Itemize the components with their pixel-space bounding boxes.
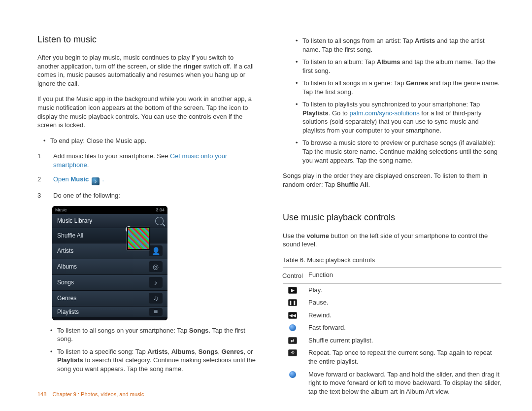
text: To listen to playlists you synchronized …	[302, 101, 480, 108]
table-row: ⟲ Repeat. Tap once to repeat the current…	[283, 346, 501, 368]
text-bold: Albums	[171, 348, 195, 355]
cell: Fast forward.	[308, 323, 501, 332]
phone-row-albums: Albums ◎	[52, 259, 167, 275]
text-bold: Playlists	[302, 109, 329, 117]
play-icon: ▶	[288, 287, 297, 294]
steps-list: 1 Add music files to your smartphone. Se…	[37, 152, 256, 200]
list-item: To listen to all songs on your smartphon…	[57, 326, 256, 343]
chapter-label: Chapter 9 : Photos, videos, and music	[53, 391, 144, 397]
rewind-icon: ◀◀	[288, 312, 297, 319]
text: To listen to all songs from an artist: T…	[302, 37, 415, 44]
phone-row-songs: Songs ♪	[52, 275, 167, 291]
text: . Go to	[329, 109, 350, 117]
row-label: Genres	[57, 294, 76, 302]
text: to search that category. Continue making…	[57, 356, 256, 373]
intro-para-2: If you put the Music app in the backgrou…	[37, 95, 256, 129]
text-bold: ringer	[183, 63, 201, 70]
scrub-slider-icon	[289, 371, 296, 378]
heading-listen: Listen to music	[37, 34, 256, 45]
text: , or	[243, 348, 253, 355]
text-bold: Songs	[199, 348, 218, 355]
text: To listen to all songs in a genre: Tap	[302, 79, 406, 87]
phone-shuffle-row: Shuffle All 1	[52, 228, 167, 243]
step-3: 3 Do one of the following:	[37, 191, 256, 200]
text: To listen to an album: Tap	[302, 58, 377, 66]
cell: Play.	[308, 286, 501, 295]
table-header: Control Function	[283, 268, 501, 284]
page-body: Listen to music After you begin to play …	[0, 0, 532, 398]
order-para: Songs play in the order they are display…	[283, 171, 501, 189]
text-bold: Playlists	[57, 356, 83, 364]
phone-row-genres: Genres ♫	[52, 291, 167, 307]
cell: Pause.	[308, 298, 501, 307]
text: .	[87, 161, 89, 169]
shuffle-label: Shuffle All	[57, 232, 83, 240]
text: To listen to all songs on your smartphon…	[57, 327, 189, 334]
phone-row-artists: Artists 👤	[52, 243, 167, 259]
status-app: Music	[55, 207, 67, 213]
phone-header: Music Library	[52, 214, 167, 228]
text: Add music files to your smartphone. See	[53, 152, 170, 160]
phone-screenshot: Music 3:04 Music Library Shuffle All 1 A…	[52, 206, 167, 320]
table-row: ◀◀ Rewind.	[283, 309, 501, 322]
right-column: To listen to all songs from an artist: T…	[283, 34, 501, 398]
list-item: To listen to all songs in a genre: Tap G…	[302, 79, 501, 96]
step-number: 3	[37, 191, 44, 200]
table-row: ⇄ Shuffle current playlist.	[283, 334, 501, 347]
list-item: To listen to all songs from an artist: T…	[302, 36, 501, 54]
text: To listen to a specific song: Tap	[57, 348, 147, 355]
text: .	[100, 175, 104, 183]
repeat-icon: ⟲	[288, 349, 297, 356]
phone-statusbar: Music 3:04	[52, 206, 167, 214]
album-icon: ◎	[149, 261, 163, 272]
table-caption: Table 6. Music playback controls	[283, 256, 501, 265]
cell: Repeat. Tap once to repeat the current s…	[308, 348, 501, 366]
artist-icon: 👤	[149, 245, 163, 256]
step-number: 1	[37, 152, 44, 169]
text-bold: Artists	[415, 37, 435, 44]
cell: Shuffle current playlist.	[308, 336, 501, 345]
text-bold: Genres	[222, 348, 244, 355]
playlist-icon: ≡	[149, 308, 163, 316]
list-item: To listen to an album: Tap Albums and ta…	[302, 58, 501, 75]
row-label: Artists	[57, 247, 73, 255]
right-top-bullets: To listen to all songs from an artist: T…	[283, 36, 501, 165]
text: Use the	[283, 232, 306, 240]
list-item: To browse a music store to preview or pu…	[302, 138, 501, 165]
page-footer: 148 Chapter 9 : Photos, videos, and musi…	[37, 391, 144, 398]
step-body[interactable]: Open Music ♪ .	[53, 175, 256, 185]
text-bold: Songs	[189, 327, 209, 334]
cell: Rewind.	[308, 311, 501, 320]
row-label: Songs	[57, 278, 74, 286]
text-bold: Artists	[147, 348, 167, 355]
link-sync-solutions[interactable]: palm.com/sync-solutions	[349, 109, 419, 117]
list-item: To listen to playlists you synchronized …	[302, 100, 501, 135]
end-play-list: To end play: Close the Music app.	[37, 137, 256, 145]
table-row: ❚❚ Pause.	[283, 296, 501, 309]
text: Songs play in the order they are display…	[283, 172, 487, 188]
text-bold: volume	[306, 232, 329, 240]
table-row: Fast forward.	[283, 321, 501, 334]
genre-icon: ♫	[149, 293, 163, 304]
step-number: 2	[37, 175, 44, 185]
pause-icon: ❚❚	[288, 299, 297, 306]
text-bold: Genres	[406, 79, 428, 87]
phone-header-title: Music Library	[57, 217, 92, 225]
text: Open	[53, 175, 70, 183]
text-bold: Albums	[377, 58, 400, 66]
shuffle-icon: ⇄	[288, 337, 297, 344]
page-number: 148	[37, 391, 46, 397]
step-1: 1 Add music files to your smartphone. Se…	[37, 152, 256, 169]
table-row: Move forward or backward. Tap and hold t…	[283, 368, 501, 398]
row-label: Albums	[57, 263, 77, 271]
step-body: Do one of the following:	[53, 191, 256, 200]
cell: Move forward or backward. Tap and hold t…	[308, 370, 501, 396]
heading-playback: Use music playback controls	[283, 211, 501, 223]
col-control: Control	[283, 271, 302, 280]
volume-para: Use the volume button on the left side o…	[283, 232, 501, 249]
intro-para-1: After you begin to play music, music con…	[37, 53, 256, 88]
col-function: Function	[308, 271, 501, 280]
music-app-icon: ♪	[92, 177, 100, 185]
song-icon: ♪	[149, 277, 163, 288]
list-item: To listen to a specific song: Tap Artist…	[57, 347, 256, 374]
